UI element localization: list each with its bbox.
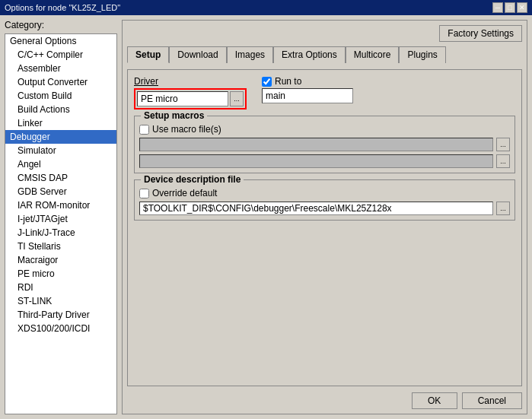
sidebar-item-angel[interactable]: Angel	[5, 157, 116, 171]
driver-label: Driver	[134, 76, 247, 87]
tab-multicore[interactable]: Multicore	[346, 46, 400, 63]
macro-input-1[interactable]	[139, 138, 493, 151]
category-list: General OptionsC/C++ CompilerAssemblerOu…	[5, 33, 117, 414]
run-to-label: Run to	[275, 76, 301, 87]
sidebar-item-debugger[interactable]: Debugger	[5, 130, 116, 144]
macro-browse-btn-2[interactable]: ...	[496, 154, 510, 168]
driver-row: Driver ... Run to	[134, 76, 515, 110]
sidebar-item-output-converter[interactable]: Output Converter	[5, 75, 116, 89]
category-label: Category:	[5, 20, 117, 30]
bottom-buttons: OK Cancel	[127, 392, 522, 409]
sidebar-item-assembler[interactable]: Assembler	[5, 62, 116, 75]
run-to-section: Run to	[262, 76, 353, 103]
tab-extra-options[interactable]: Extra Options	[273, 46, 346, 63]
run-to-checkbox[interactable]	[262, 77, 272, 87]
tab-plugins[interactable]: Plugins	[399, 46, 445, 63]
sidebar-item-st-link[interactable]: ST-LINK	[5, 294, 116, 308]
tabs-row: SetupDownloadImagesExtra OptionsMulticor…	[127, 46, 522, 63]
title-bar: Options for node "KL25Z_LED" ─ □ ✕	[0, 0, 532, 15]
sidebar-item-xds100-200-icdi[interactable]: XDS100/200/ICDI	[5, 322, 116, 335]
sidebar-item-cmsis-dap[interactable]: CMSIS DAP	[5, 171, 116, 185]
setup-macros-group: Setup macros Use macro file(s) ... ..	[134, 116, 515, 173]
device-browse-btn[interactable]: ...	[496, 202, 510, 215]
driver-input[interactable]	[137, 91, 228, 106]
macro-file-checkbox[interactable]	[139, 125, 149, 135]
sidebar-item-simulator[interactable]: Simulator	[5, 144, 116, 157]
sidebar-item-general-options[interactable]: General Options	[5, 34, 116, 48]
sidebar-item-custom-build[interactable]: Custom Build	[5, 89, 116, 103]
driver-browse-button[interactable]: ...	[230, 91, 244, 106]
device-description-input[interactable]	[139, 202, 493, 215]
driver-input-container: ...	[134, 88, 247, 110]
macro-input-2[interactable]	[139, 154, 493, 168]
device-description-title: Device description file	[141, 174, 244, 185]
dialog-title: Options for node "KL25Z_LED"	[5, 3, 120, 12]
macro-file-label: Use macro file(s)	[152, 124, 221, 135]
tab-images[interactable]: Images	[227, 46, 273, 63]
sidebar-item-j-link-j-trace[interactable]: J-Link/J-Trace	[5, 226, 116, 240]
run-to-input[interactable]	[262, 88, 353, 103]
sidebar-item-iar-rom-monitor[interactable]: IAR ROM-monitor	[5, 198, 116, 212]
ok-button[interactable]: OK	[412, 392, 457, 409]
override-checkbox-row: Override default	[139, 188, 510, 198]
tab-setup[interactable]: Setup	[127, 46, 169, 63]
sidebar-item-i-jet-jtagjet[interactable]: I-jet/JTAGjet	[5, 212, 116, 226]
sidebar-item-rdi[interactable]: RDI	[5, 281, 116, 294]
macro-input-row-1: ...	[139, 138, 510, 151]
sidebar-item-pe-micro[interactable]: PE micro	[5, 267, 116, 281]
override-checkbox[interactable]	[139, 189, 149, 198]
macro-checkbox-row: Use macro file(s)	[139, 124, 510, 135]
close-button[interactable]: ✕	[517, 2, 527, 13]
sidebar-item-third-party-driver[interactable]: Third-Party Driver	[5, 308, 116, 322]
tab-download[interactable]: Download	[169, 46, 226, 63]
device-input-row: ...	[139, 202, 510, 215]
sidebar-item-build-actions[interactable]: Build Actions	[5, 103, 116, 116]
minimize-button[interactable]: ─	[492, 2, 503, 13]
driver-section: Driver ...	[134, 76, 247, 110]
sidebar-item-macraigor[interactable]: Macraigor	[5, 253, 116, 267]
tab-content: Driver ... Run to	[127, 69, 522, 386]
run-to-checkbox-row: Run to	[262, 76, 353, 87]
maximize-button[interactable]: □	[505, 2, 515, 13]
device-description-group: Device description file Override default…	[134, 179, 515, 221]
cancel-button[interactable]: Cancel	[462, 392, 522, 409]
right-panel: Factory Settings SetupDownloadImagesExtr…	[122, 20, 527, 414]
setup-macros-title: Setup macros	[141, 110, 207, 121]
sidebar-item-ti-stellaris[interactable]: TI Stellaris	[5, 240, 116, 253]
sidebar-item-gdb-server[interactable]: GDB Server	[5, 185, 116, 198]
override-label: Override default	[152, 188, 217, 198]
sidebar-item-c-c---compiler[interactable]: C/C++ Compiler	[5, 48, 116, 62]
macro-browse-btn-1[interactable]: ...	[496, 138, 510, 151]
macro-input-row-2: ...	[139, 154, 510, 168]
sidebar-item-linker[interactable]: Linker	[5, 116, 116, 130]
factory-settings-button[interactable]: Factory Settings	[439, 25, 522, 42]
